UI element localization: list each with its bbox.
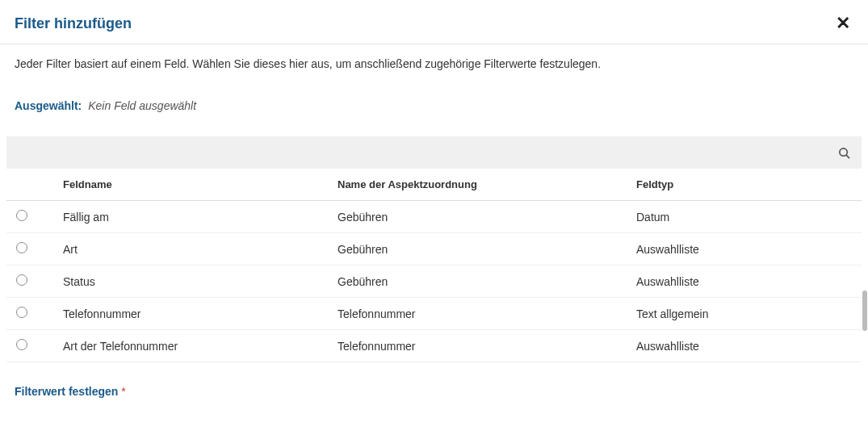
cell-aspekt: Gebühren	[338, 243, 636, 256]
field-table: Feldname Name der Aspektzuordnung Feldty…	[6, 169, 862, 362]
header-aspekt: Name der Aspektzuordnung	[338, 178, 636, 190]
cell-feldtyp: Auswahlliste	[636, 340, 862, 353]
radio-button[interactable]	[16, 339, 27, 350]
cell-feldtyp: Auswahlliste	[636, 243, 862, 256]
header-feldname: Feldname	[63, 178, 338, 190]
selected-label: Ausgewählt:	[15, 99, 82, 112]
close-icon: ✕	[836, 13, 850, 33]
table-row[interactable]: Fällig am Gebühren Datum	[6, 201, 862, 233]
table-row[interactable]: Telefonnummer Telefonnummer Text allgeme…	[6, 298, 862, 330]
filter-value-section: Filterwert festlegen *	[0, 362, 868, 411]
selected-field-row: Ausgewählt: Kein Feld ausgewählt	[0, 77, 868, 128]
radio-button[interactable]	[16, 242, 27, 253]
cell-feldtyp: Auswahlliste	[636, 275, 862, 288]
dialog-description: Jeder Filter basiert auf einem Feld. Wäh…	[0, 44, 868, 77]
header-feldtyp: Feldtyp	[636, 178, 862, 190]
table-row[interactable]: Art Gebühren Auswahlliste	[6, 233, 862, 265]
cell-feldtyp: Datum	[636, 211, 862, 224]
cell-feldtyp: Text allgemein	[636, 307, 862, 320]
table-row[interactable]: Status Gebühren Auswahlliste	[6, 265, 862, 298]
cell-aspekt: Gebühren	[338, 211, 636, 224]
cell-aspekt: Telefonnummer	[338, 340, 636, 353]
cell-aspekt: Gebühren	[338, 275, 636, 288]
radio-button[interactable]	[16, 274, 27, 286]
table-header-row: Feldname Name der Aspektzuordnung Feldty…	[6, 169, 862, 201]
dialog-title: Filter hinzufügen	[15, 15, 132, 32]
cell-feldname: Fällig am	[63, 211, 338, 224]
search-bar[interactable]	[6, 136, 862, 169]
radio-button[interactable]	[16, 210, 27, 221]
cell-aspekt: Telefonnummer	[338, 307, 636, 320]
filter-value-title: Filterwert festlegen	[15, 385, 118, 398]
radio-button[interactable]	[16, 307, 27, 318]
search-icon[interactable]	[838, 147, 850, 159]
required-marker: *	[121, 385, 125, 398]
dialog-header: Filter hinzufügen ✕	[0, 0, 868, 44]
svg-point-0	[840, 148, 847, 155]
cell-feldname: Telefonnummer	[63, 307, 338, 320]
table-row[interactable]: Art der Telefonnummer Telefonnummer Ausw…	[6, 330, 862, 362]
header-radio-col	[6, 178, 63, 190]
cell-feldname: Art der Telefonnummer	[63, 340, 338, 353]
close-button[interactable]: ✕	[832, 13, 853, 34]
svg-line-1	[846, 155, 849, 158]
scrollbar-thumb[interactable]	[862, 291, 867, 331]
selected-value: Kein Feld ausgewählt	[88, 99, 196, 112]
cell-feldname: Art	[63, 243, 338, 256]
cell-feldname: Status	[63, 275, 338, 288]
